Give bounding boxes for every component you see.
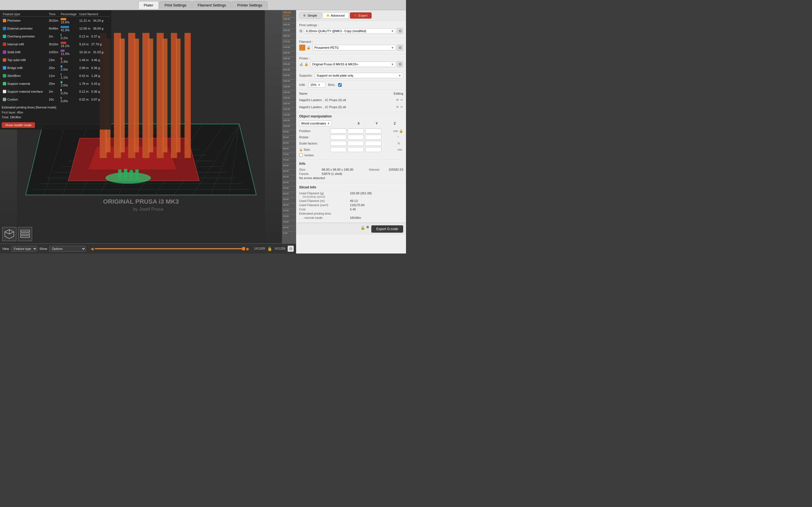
position-lock-icon: 🔒 <box>399 129 403 133</box>
coord-system-dropdown[interactable]: World coordinates ▼ <box>299 121 332 126</box>
feature-type-select[interactable]: Feature type <box>11 246 37 251</box>
filament-lock-icon: 🔒 <box>306 46 311 50</box>
sliced-title: Sliced Info <box>299 185 403 189</box>
size-unit: mm <box>398 148 403 151</box>
expert-mode-btn[interactable]: Expert <box>350 12 371 18</box>
feature-swatch-3 <box>3 43 6 46</box>
infill-row: Infill: 15% ▼ Brim: <box>296 80 406 90</box>
ruler-top-sub: (1136) <box>283 14 290 17</box>
sliced-cost-value: 5.45 <box>350 208 403 211</box>
feature-time-6: 25m <box>48 64 59 72</box>
layer-slider-track[interactable] <box>95 248 245 249</box>
first-layer-row: First layer: 45m <box>2 110 110 115</box>
filament-color-swatch[interactable] <box>299 45 305 51</box>
y-axis-label: Y <box>368 122 385 125</box>
supports-dropdown[interactable]: Support on build plate only ▼ <box>315 73 403 78</box>
position-x-input[interactable]: 176 <box>330 128 347 133</box>
inches-checkbox[interactable] <box>299 153 303 157</box>
print-settings-chevron: ▼ <box>391 30 394 33</box>
estimated-label: Estimated printing times [Normal mode]: <box>2 105 110 110</box>
rotate-unit: ° <box>398 136 403 139</box>
brim-checkbox[interactable] <box>338 83 342 87</box>
feature-label-9: Support material interface <box>7 90 43 93</box>
edit-icon-2[interactable]: ✏ <box>400 105 403 109</box>
coord-system-row: World coordinates ▼ X Y Z <box>299 121 403 126</box>
print-settings-dropdown[interactable]: 0.20mm QUALITY @MK3 - Copy (modified) ▼ <box>304 28 396 34</box>
first-layer-label: First layer: <box>2 111 16 114</box>
cube-3d-icon[interactable] <box>2 227 16 241</box>
feature-label-2: Overhang perimeter <box>7 35 35 38</box>
size-x-input[interactable]: 98 <box>330 147 347 152</box>
slider-thumb[interactable] <box>242 247 245 250</box>
feature-row-5: Top solid infill 23m 2.3% 1.46 m 4.46 g <box>2 56 110 64</box>
export-gear-icon[interactable]: ⚙ <box>366 225 369 233</box>
infill-select[interactable]: 15% ▼ <box>308 82 325 88</box>
options-select[interactable]: Options <box>49 246 86 251</box>
estimated-times: Estimated printing times [Normal mode]: … <box>2 105 110 120</box>
print-settings-profile-icon: ⚙ <box>299 29 303 33</box>
sliced-filament-g-sub: (including spool) <box>299 195 350 198</box>
sliced-filament-g-value: 150.08 (351.08) <box>350 191 403 198</box>
scale-x-input[interactable]: 100 <box>330 141 347 146</box>
print-settings-section: Print settings : ⚙ 0.20mm QUALITY @MK3 -… <box>296 21 406 38</box>
export-gcode-button[interactable]: Export G-code <box>371 225 403 233</box>
rotate-x-input[interactable]: 0 <box>330 135 347 140</box>
lock-icon-bottom[interactable]: 🔒 <box>267 246 272 251</box>
filament-dropdown[interactable]: Prusament PETG ▼ <box>312 45 396 50</box>
print-settings-gear[interactable]: ⚙ <box>397 28 403 34</box>
filament-gear[interactable]: ⚙ <box>397 45 403 51</box>
rotate-z-input[interactable]: 0 <box>365 135 382 140</box>
object-row-2[interactable]: Hagrid's Lantern ...IC Props (5).stl 👁 ✏ <box>299 104 403 111</box>
feature-swatch-6 <box>3 66 6 69</box>
rotate-row: Rotate: 0 0 0 ° <box>299 135 403 140</box>
rotate-y-input[interactable]: 0 <box>348 135 364 140</box>
tab-print-settings[interactable]: Print Settings <box>159 1 192 9</box>
object-row-1[interactable]: Hagrid's Lantern ...IC Props (4).stl 👁 ✏ <box>299 97 403 104</box>
size-inputs: 98 99 196 <box>330 147 398 152</box>
layer-slider-container: ◀ ▶ <box>91 246 250 251</box>
feature-time-4: 1h55m <box>48 48 59 56</box>
slider-right-icon: ▶ <box>246 246 250 251</box>
scale-y-input[interactable]: 100 <box>348 141 364 146</box>
feature-mini-bar-3 <box>61 42 66 44</box>
info-size-value: 98.00 x 99.00 x 196.00 <box>322 168 363 171</box>
viewport[interactable]: ORIGINAL PRUSA i3 MK3 by Josef Prusa 196… <box>0 10 296 253</box>
edit-icon-1[interactable]: ✏ <box>400 98 403 102</box>
simple-label: Simple <box>308 14 317 17</box>
view-label: View <box>2 247 9 250</box>
position-z-input[interactable]: 98 <box>365 128 382 133</box>
scale-z-input[interactable]: 100 <box>365 141 382 146</box>
sliced-filament-g-label-text: Used Filament (g) <box>299 191 350 195</box>
tab-plater[interactable]: Plater <box>139 1 159 9</box>
settings-gear-icon[interactable]: ⚙ <box>288 245 294 252</box>
ruler-right: 196.00 (1136) 195.00 190.00 185.00 180.0… <box>282 10 296 253</box>
stealth-mode-button[interactable]: Show stealth mode <box>2 122 35 128</box>
tab-filament-settings[interactable]: Filament Settings <box>192 1 231 9</box>
tab-printer-settings[interactable]: Printer Settings <box>232 1 267 9</box>
feature-filament-1: 12.66 m 38.69 g <box>78 24 110 33</box>
svg-rect-57 <box>20 233 30 235</box>
printer-dropdown[interactable]: Original Prusa i3 MK3S & MK3S+ ▼ <box>310 61 396 67</box>
size-y-input[interactable]: 99 <box>348 147 364 152</box>
eye-icon-2[interactable]: 👁 <box>396 105 399 109</box>
simple-mode-btn[interactable]: Simple <box>299 12 321 18</box>
feature-name-6: Bridge infill <box>2 64 48 72</box>
position-y-input[interactable]: 105 <box>348 128 364 133</box>
cube-layers-icon[interactable] <box>18 227 32 241</box>
left-panel: Feature type Time Percentage Used filame… <box>0 10 111 129</box>
infill-value: 15% <box>310 83 317 87</box>
feature-bar-4: 11.5% <box>59 48 78 56</box>
feature-label-8: Support material <box>7 82 30 86</box>
size-z-input[interactable]: 196 <box>365 147 382 152</box>
scale-label: Scale factors: <box>299 142 330 145</box>
infill-chevron: ▼ <box>318 83 320 87</box>
eye-icon-1[interactable]: 👁 <box>396 98 399 102</box>
feature-filament-0: 11.21 m 34.24 g <box>78 17 110 25</box>
advanced-label: Advanced <box>331 14 345 17</box>
feature-name-7: Skirt/Brim <box>2 72 48 80</box>
feature-table: Feature type Time Percentage Used filame… <box>2 12 110 103</box>
advanced-mode-btn[interactable]: Advanced <box>322 12 349 18</box>
feature-row-6: Bridge infill 25m 2.5% 2.08 m 6.36 g <box>2 64 110 72</box>
view-cube <box>2 227 32 241</box>
printer-gear[interactable]: ⚙ <box>397 61 403 67</box>
